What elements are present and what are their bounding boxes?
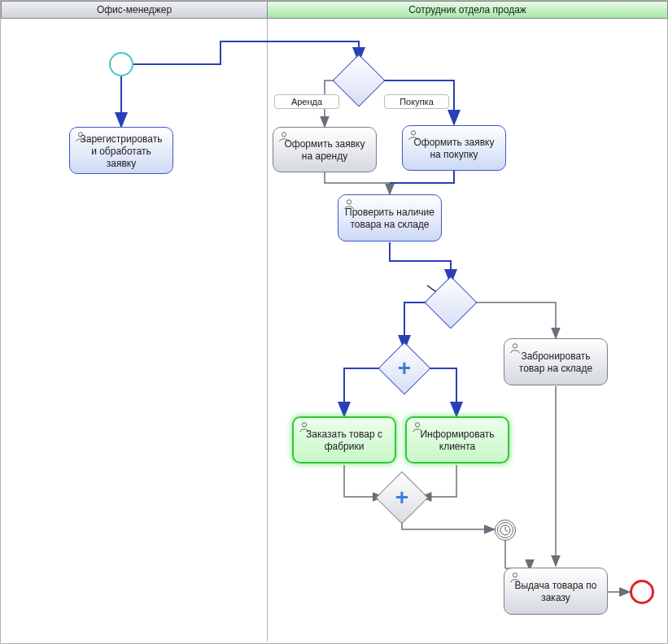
gateway-decision-2: [432, 284, 469, 321]
task-delivery: Выдача товара по заказу: [504, 568, 608, 615]
timer-event: [495, 520, 516, 541]
start-event: [109, 52, 133, 76]
flow-parallel-order: [344, 368, 386, 416]
flow-rent-stock: [325, 172, 390, 194]
flow-label-rent: Аренда: [274, 94, 339, 109]
gateway-decision-1: [340, 62, 378, 99]
svg-point-0: [78, 133, 82, 137]
user-icon: [343, 198, 355, 210]
task-purchase: Оформить заявку на покупку: [402, 125, 506, 171]
user-icon: [509, 342, 521, 354]
task-label: Проверить наличие товара на складе: [345, 207, 434, 231]
task-order: Заказать товар с фабрики: [292, 416, 396, 463]
flow-inform-join: [421, 465, 456, 497]
lane-divider: [267, 19, 268, 642]
gateway-parallel-split: +: [386, 350, 423, 387]
task-label: Зарегистрировать и обработать заявку: [76, 133, 166, 170]
task-label: Оформить заявку на покупку: [409, 137, 499, 161]
flow-order-join: [344, 465, 383, 497]
end-event: [630, 580, 654, 604]
svg-point-4: [513, 344, 517, 348]
plus-icon: +: [386, 350, 423, 387]
user-icon: [509, 572, 521, 583]
flow-label-purchase: Покупка: [384, 94, 449, 109]
user-icon: [278, 131, 290, 142]
svg-point-8: [513, 573, 517, 577]
task-reserve: Забронировать товар на складе: [504, 338, 608, 385]
user-icon: [75, 131, 86, 142]
clock-icon: [500, 524, 511, 536]
svg-point-2: [411, 131, 415, 135]
flow-purchase-stock: [390, 171, 454, 183]
flow-gateway2-parallel: [404, 302, 432, 350]
svg-point-3: [347, 200, 351, 204]
task-rent: Оформить заявку на аренду: [273, 127, 377, 172]
flow-stock-gateway2: [390, 242, 451, 284]
diagram-canvas: Офис-менеджер Сотрудник отдела продаж: [0, 0, 668, 644]
task-stock: Проверить наличие товара на складе: [338, 194, 442, 242]
flow-parallel-inform: [423, 368, 456, 416]
lane-header-office: Офис-менеджер: [1, 1, 267, 19]
user-icon: [412, 421, 423, 433]
task-label: Забронировать товар на складе: [511, 350, 600, 375]
lane-header-sales: Сотрудник отдела продаж: [267, 1, 668, 19]
flow-gateway2-reserve: [469, 302, 556, 338]
flow-join-timer: [402, 516, 495, 529]
svg-point-6: [415, 423, 419, 427]
gateway-parallel-join: +: [383, 479, 421, 516]
user-icon: [408, 129, 419, 141]
user-icon: [299, 421, 310, 433]
task-register: Зарегистрировать и обработать заявку: [69, 127, 173, 174]
flow-start-gateway1: [133, 41, 359, 64]
svg-point-5: [302, 423, 306, 427]
svg-point-1: [282, 133, 286, 137]
task-inform: Информировать клиента: [405, 416, 509, 463]
task-label: Выдача товара по заказу: [511, 580, 600, 604]
task-label: Оформить заявку на аренду: [280, 138, 369, 163]
task-label: Заказать товар с фабрики: [300, 429, 388, 453]
task-label: Информировать клиента: [413, 429, 501, 453]
plus-icon: +: [383, 479, 421, 516]
